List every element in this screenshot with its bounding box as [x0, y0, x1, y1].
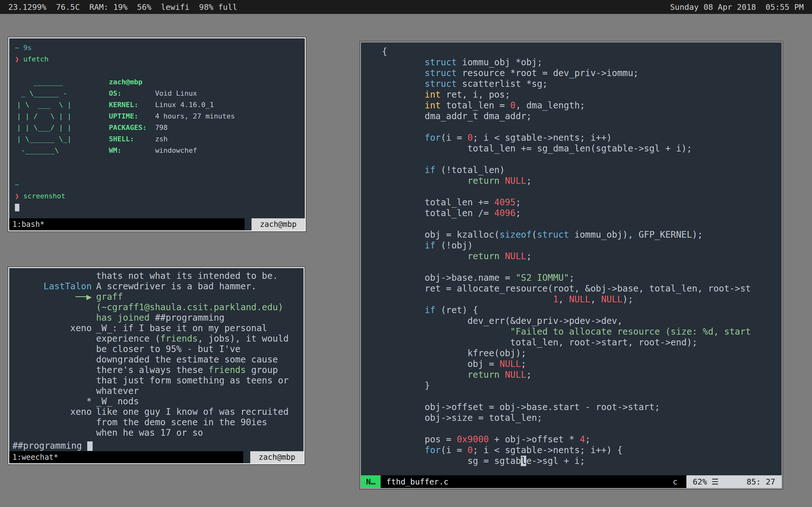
- chat-message: A screwdriver is a bad hammer.: [96, 281, 257, 291]
- chat-text: there's always these: [96, 365, 208, 375]
- chat-text: from the demo scene in the 90ies: [96, 417, 267, 428]
- window-weechat[interactable]: thats not what its intended to be.LastTa…: [8, 267, 305, 464]
- chat-row: thats not what its intended to be.: [12, 271, 300, 281]
- terminal-output[interactable]: ~9s ❯ufetch _______ _ \______ - | \ ___ …: [9, 38, 305, 218]
- chat-prefix-empty: [12, 354, 92, 365]
- cursor-line: [15, 202, 299, 213]
- ufetch-info: zach@mbp OS:Void LinuxKERNEL:Linux 4.16.…: [109, 76, 235, 156]
- ufetch-user: zach@mbp: [109, 78, 142, 86]
- chat-row: from the demo scene in the 90ies: [12, 417, 300, 428]
- ufetch-value: 4 hours, 27 minutes: [155, 112, 235, 120]
- chat-nick: xeno: [12, 406, 92, 417]
- code-keyword: NULL: [569, 294, 590, 304]
- command-ufetch: ufetch: [23, 55, 48, 63]
- code-string: "S2 IOMMU": [515, 273, 569, 283]
- code-keyword: for: [425, 445, 441, 455]
- command-line: ❯ufetch: [15, 54, 299, 65]
- chat-nick: *: [12, 396, 92, 406]
- chat-row: has joined ##programming: [12, 313, 300, 323]
- chat-text: ##programming: [155, 313, 224, 323]
- ufetch-info-row: KERNEL:Linux 4.16.0_1: [109, 99, 235, 111]
- chat-row: (~cgraff1@shaula.csit.parkland.edu): [12, 302, 300, 313]
- window-editor[interactable]: { struct iommu_obj *obj; struct resource…: [360, 42, 782, 489]
- prompt-path: ~: [15, 44, 19, 52]
- ufetch-label: OS:: [109, 88, 155, 99]
- tmux-window-list[interactable]: 1:weechat*: [9, 451, 243, 463]
- code-line: ret = allocate_resource(root, &obj->base…: [382, 283, 781, 294]
- code-line: obj->base.name = "S2 IOMMU";: [382, 273, 781, 283]
- chat-message: that just form something as teens or: [96, 375, 289, 386]
- chat-row: when he was 17 or so: [12, 428, 300, 438]
- code-keyword: NULL: [601, 294, 622, 304]
- chat-message: from the demo scene in the 90ies: [96, 417, 267, 428]
- code-keyword: return: [467, 370, 500, 380]
- code-keyword: NULL: [505, 370, 526, 380]
- chat-prefix-empty: [12, 417, 92, 428]
- chat-prefix-empty: [12, 333, 92, 344]
- lines-icon: ☰: [711, 477, 718, 487]
- clock: Sunday 08 Apr 2018 05:55 PM: [670, 3, 804, 12]
- tmux-bar: 1:bash* zach@mbp: [9, 218, 305, 230]
- cursor-position: 85: 27: [747, 477, 775, 487]
- chat-text: friends: [208, 365, 246, 375]
- code-number: 0: [467, 445, 473, 455]
- chat-prefix-empty: [12, 271, 92, 281]
- code-keyword: NULL: [500, 359, 521, 369]
- code-keyword: for: [425, 132, 441, 143]
- chat-row: whatever: [12, 386, 300, 396]
- ufetch-label: PACKAGES:: [109, 122, 155, 133]
- status-modules: 23.1299%76.5CRAM: 19%56%lewifi98% full: [8, 3, 237, 12]
- chat-row: be closer to 95% - but I've: [12, 344, 300, 354]
- chat-message: _W_: if I base it on my personal: [96, 323, 267, 333]
- command-line: ❯screenshot: [15, 190, 299, 202]
- code-number: 1: [553, 294, 558, 304]
- chat-prefix-empty: [12, 313, 92, 323]
- code-keyword: if: [425, 240, 436, 250]
- chat-prefix-empty: [12, 375, 92, 386]
- chat-row: LastTalonA screwdriver is a bad hammer.: [12, 281, 300, 291]
- chat-row: xeno_W_: if I base it on my personal: [12, 323, 300, 333]
- code-number: 0: [467, 132, 473, 143]
- ufetch-info-row: SHELL:zsh: [109, 133, 235, 145]
- status-module: 98% full: [199, 3, 237, 12]
- ufetch-label: UPTIME:: [109, 111, 155, 122]
- chat-message: thats not what its intended to be.: [96, 271, 278, 281]
- chat-text: group: [246, 365, 278, 375]
- window-terminal-ufetch[interactable]: ~9s ❯ufetch _______ _ \______ - | \ ___ …: [8, 38, 306, 231]
- code-keyword: struct: [537, 229, 569, 240]
- code-line: 1, NULL, NULL);: [382, 294, 781, 305]
- tmux-window-list[interactable]: 1:bash*: [9, 218, 245, 230]
- chat-input[interactable]: ##programming: [12, 441, 300, 451]
- chat-message: has joined ##programming: [96, 313, 224, 323]
- ufetch-label: SHELL:: [109, 133, 155, 145]
- filename: fthd_buffer.c: [386, 475, 449, 488]
- code-line: {: [382, 46, 781, 57]
- chat-text: downgraded the estimate some cause: [96, 354, 278, 365]
- blank-line: [15, 65, 299, 76]
- prompt-path: ~: [15, 181, 19, 188]
- status-bar: 23.1299%76.5CRAM: 19%56%lewifi98% full S…: [0, 0, 812, 14]
- terminal-cursor: [15, 204, 19, 211]
- code-line: dev_err(&dev_priv->pdev->dev,: [382, 316, 781, 326]
- chat-message: (~cgraff1@shaula.csit.parkland.edu): [96, 302, 283, 313]
- chat-nick: ──▶: [12, 291, 92, 302]
- chat-text: , jobs), it would: [198, 333, 289, 344]
- code-line: for(i = 0; i < sgtable->nents; i++): [382, 132, 781, 143]
- code-line: obj = kzalloc(sizeof(struct iommu_obj), …: [382, 229, 781, 240]
- ufetch-value: Void Linux: [155, 89, 197, 97]
- chat-text: A screwdriver is a bad hammer.: [96, 281, 257, 291]
- code-line: if (!total_len): [382, 165, 781, 176]
- code-keyword: int: [425, 89, 441, 100]
- code-line: struct resource *root = dev_priv->iommu;: [382, 68, 781, 78]
- chat-message: there's always these friends group: [96, 365, 278, 375]
- ufetch-info-row: PACKAGES:798: [109, 122, 235, 133]
- code-line: total_len += 4095;: [382, 197, 781, 208]
- desktop: 23.1299%76.5CRAM: 19%56%lewifi98% full S…: [0, 0, 812, 507]
- chat-row: *_W_ nods: [12, 396, 300, 406]
- tmux-hostname: zach@mbp: [250, 451, 304, 463]
- blank-line: [15, 168, 299, 179]
- code-string: "Failed to allocate resource (size: %d, …: [510, 326, 751, 337]
- weechat-buffer[interactable]: thats not what its intended to be.LastTa…: [9, 268, 304, 451]
- code-area[interactable]: { struct iommu_obj *obj; struct resource…: [361, 43, 781, 475]
- chat-text: whatever: [96, 386, 139, 396]
